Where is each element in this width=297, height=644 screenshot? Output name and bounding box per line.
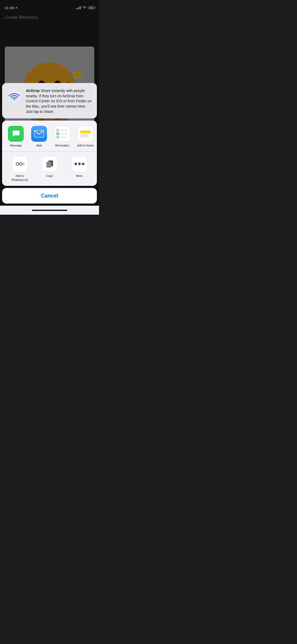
mail-label: Mail	[36, 144, 42, 147]
share-app-notes[interactable]: Add to Notes	[76, 126, 95, 147]
svg-point-29	[78, 163, 81, 165]
svg-rect-27	[46, 162, 51, 168]
reading-list-icon	[12, 156, 28, 172]
reminders-icon	[54, 126, 70, 142]
cancel-label: Cancel	[41, 193, 58, 199]
action-reading-list[interactable]: Add toReading List	[6, 156, 33, 182]
cancel-button[interactable]: Cancel	[2, 188, 97, 204]
copy-label: Copy	[46, 174, 53, 178]
share-app-mail[interactable]: Mail	[30, 126, 49, 147]
action-more[interactable]: More	[66, 156, 93, 182]
action-row: Add toReading List Copy	[2, 152, 97, 186]
airdrop-section[interactable]: AirDrop Share instantly with people near…	[2, 83, 97, 118]
svg-point-30	[82, 163, 84, 165]
share-app-messages[interactable]: Message	[6, 126, 25, 147]
svg-point-24	[19, 163, 22, 165]
app-row: Message Mail	[2, 121, 97, 152]
svg-point-23	[16, 163, 19, 165]
svg-point-28	[74, 163, 77, 165]
notes-icon	[78, 126, 93, 142]
more-label: More	[76, 174, 83, 178]
svg-point-20	[7, 89, 22, 104]
more-icon	[72, 156, 87, 172]
share-app-reminders[interactable]: Reminders	[53, 126, 72, 147]
mail-icon	[31, 126, 47, 142]
home-bar	[32, 210, 67, 211]
reminders-label: Reminders	[55, 144, 69, 147]
action-copy[interactable]: Copy	[36, 156, 63, 182]
airdrop-icon	[6, 88, 22, 104]
airdrop-title: AirDrop	[26, 89, 40, 93]
messages-icon	[8, 126, 24, 142]
notes-label: Add to Notes	[77, 144, 94, 147]
copy-icon	[42, 156, 58, 172]
airdrop-description: AirDrop Share instantly with people near…	[26, 88, 93, 114]
share-sheet: AirDrop Share instantly with people near…	[0, 83, 99, 215]
home-indicator	[0, 206, 99, 215]
reading-list-label: Add toReading List	[12, 174, 28, 182]
messages-label: Message	[10, 144, 22, 147]
main-panel: Message Mail	[2, 121, 97, 186]
